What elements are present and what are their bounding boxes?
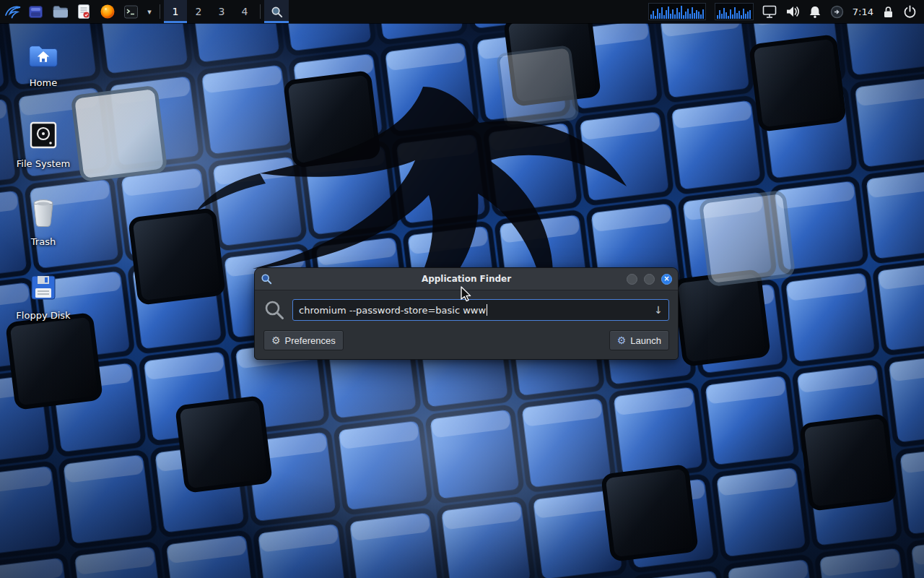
applications-menu-button[interactable] — [0, 0, 24, 23]
panel-launchers: ▾ 1 2 3 4 — [0, 0, 289, 23]
text-editor-launcher[interactable] — [71, 0, 95, 23]
power-icon — [903, 5, 917, 19]
home-folder-icon — [27, 42, 59, 69]
desktop-icon-label: Trash — [10, 237, 77, 247]
workspace-4-label: 4 — [242, 6, 248, 17]
desktop-icon-label: Home — [10, 78, 77, 88]
preferences-button[interactable]: ⚙ Preferences — [263, 330, 344, 350]
dialog-body: chromium --password-store=basic www ↓ ⚙ … — [255, 290, 678, 359]
workspace-1[interactable]: 1 — [164, 0, 187, 23]
desktop-icon-trash[interactable]: Trash — [10, 197, 77, 247]
terminal-icon — [123, 4, 139, 20]
kali-logo-icon — [4, 3, 21, 20]
text-editor-icon — [77, 4, 91, 20]
down-arrow-icon: ↓ — [654, 304, 663, 316]
command-input[interactable]: chromium --password-store=basic www ↓ — [292, 299, 669, 321]
files-app-launcher[interactable] — [24, 0, 48, 23]
bell-icon — [808, 5, 821, 19]
app-finder-window-icon — [261, 273, 272, 285]
logout-tray[interactable] — [903, 5, 917, 19]
history-dropdown-button[interactable]: ↓ — [651, 300, 666, 320]
panel-tray: 7:14 — [648, 0, 924, 23]
firefox-icon — [100, 4, 116, 20]
status-circle-icon — [830, 5, 844, 19]
terminal-launcher[interactable] — [119, 0, 143, 23]
lock-screen-tray[interactable] — [882, 5, 894, 19]
panel-separator — [160, 4, 160, 19]
taskbar-application-finder[interactable] — [264, 0, 289, 23]
workspace-4[interactable]: 4 — [233, 0, 256, 23]
floppy-disk-icon — [29, 273, 58, 302]
workspace-2[interactable]: 2 — [187, 0, 210, 23]
files-app-icon — [28, 4, 43, 20]
window-title: Application Finder — [255, 274, 678, 284]
maximize-button[interactable] — [644, 274, 655, 285]
hard-drive-icon — [28, 120, 58, 150]
desktop-icon-home[interactable]: Home — [10, 42, 77, 88]
folder-icon — [52, 4, 68, 19]
lock-icon — [882, 5, 894, 19]
desktop-icon-floppy-disk[interactable]: Floppy Disk — [10, 273, 77, 321]
status-tray[interactable] — [830, 5, 844, 19]
desktop-icon-file-system[interactable]: File System — [10, 120, 77, 169]
firefox-launcher[interactable] — [95, 0, 119, 23]
workspace-3-label: 3 — [219, 6, 225, 17]
clock[interactable]: 7:14 — [853, 7, 873, 17]
launch-button[interactable]: ⚙ Launch — [609, 330, 669, 350]
titlebar[interactable]: Application Finder × — [255, 268, 678, 290]
workspace-2-label: 2 — [196, 6, 202, 17]
desktop-icon-label: File System — [10, 159, 77, 169]
volume-icon — [785, 5, 800, 18]
workspace-1-label: 1 — [173, 6, 179, 17]
display-settings-tray[interactable] — [762, 5, 777, 19]
preferences-label: Preferences — [285, 335, 336, 346]
close-button[interactable]: × — [661, 274, 672, 285]
chevron-down-icon: ▾ — [147, 7, 152, 17]
notifications-tray[interactable] — [808, 5, 821, 19]
gear-icon: ⚙ — [271, 335, 281, 345]
network-graph[interactable] — [715, 3, 754, 20]
workspace-3[interactable]: 3 — [210, 0, 233, 23]
window-buttons: × — [627, 274, 672, 285]
cpu-graph[interactable] — [648, 3, 706, 20]
text-caret — [487, 304, 487, 316]
close-icon: × — [663, 275, 669, 282]
button-row: ⚙ Preferences ⚙ Launch — [263, 330, 669, 350]
desktop-icon-label: Floppy Disk — [10, 311, 77, 321]
search-icon — [263, 299, 285, 321]
top-panel: ▾ 1 2 3 4 — [0, 0, 924, 23]
panel-separator — [260, 4, 261, 19]
display-icon — [762, 5, 777, 19]
app-finder-task-icon — [271, 6, 283, 18]
command-text: chromium --password-store=basic www — [299, 305, 486, 316]
file-manager-launcher[interactable] — [48, 0, 71, 23]
entry-row: chromium --password-store=basic www ↓ — [263, 299, 669, 321]
minimize-button[interactable] — [627, 274, 637, 285]
launch-icon: ⚙ — [617, 335, 627, 345]
launch-label: Launch — [630, 335, 661, 346]
launcher-dropdown-button[interactable]: ▾ — [143, 0, 156, 23]
volume-tray[interactable] — [785, 5, 800, 18]
application-finder-window: Application Finder × chromium --password… — [254, 267, 679, 360]
trash-icon — [29, 197, 58, 228]
